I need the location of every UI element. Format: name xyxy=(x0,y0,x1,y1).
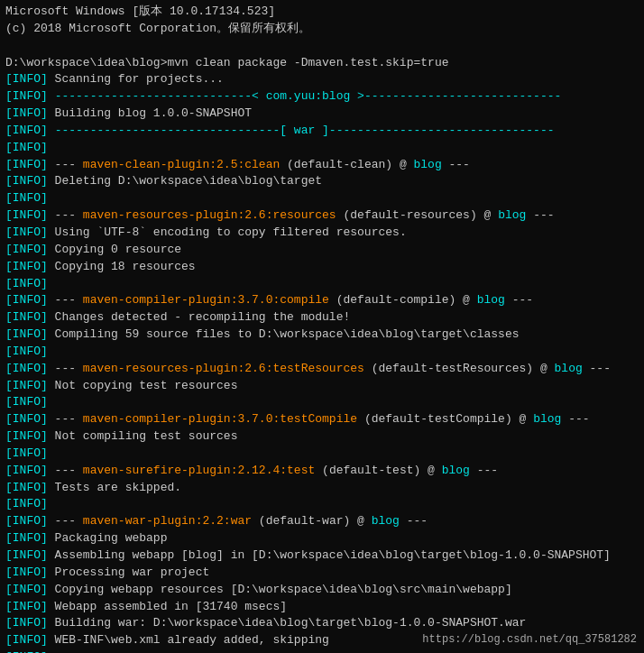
line-39: [INFO] ---------------------------------… xyxy=(5,649,639,653)
line-28: [INFO] --- maven-surefire-plugin:2.12.4:… xyxy=(5,463,639,480)
line-9: [INFO] xyxy=(5,140,639,157)
line-34: [INFO] Processing war project xyxy=(5,565,639,582)
info-tag: [INFO] xyxy=(5,72,48,86)
line-3 xyxy=(5,38,639,55)
line-10: [INFO] --- maven-clean-plugin:2.5:clean … xyxy=(5,157,639,174)
line-8: [INFO] --------------------------------[… xyxy=(5,123,639,140)
line-18: [INFO] --- maven-compiler-plugin:3.7.0:c… xyxy=(5,292,639,309)
line-36: [INFO] Webapp assembled in [31740 msecs] xyxy=(5,599,639,616)
line-11: [INFO] Deleting D:\workspace\idea\blog\t… xyxy=(5,173,639,190)
line-text: Scanning for projects... xyxy=(48,72,224,86)
line-21: [INFO] xyxy=(5,344,639,361)
watermark: https://blog.csdn.net/qq_37581282 xyxy=(422,633,637,646)
line-32: [INFO] Packaging webapp xyxy=(5,530,639,547)
line-7: [INFO] Building blog 1.0.0-SNAPSHOT xyxy=(5,106,639,123)
line-5: [INFO] Scanning for projects... xyxy=(5,71,639,88)
line-4: D:\workspace\idea\blog>mvn clean package… xyxy=(5,55,639,72)
line-17: [INFO] xyxy=(5,276,639,293)
line-16: [INFO] Copying 18 resources xyxy=(5,259,639,276)
line-29: [INFO] Tests are skipped. xyxy=(5,480,639,497)
line-15: [INFO] Copying 0 resource xyxy=(5,242,639,259)
line-2: (c) 2018 Microsoft Corporation。保留所有权利。 xyxy=(5,21,639,38)
line-20: [INFO] Compiling 59 source files to D:\w… xyxy=(5,326,639,344)
line-27: [INFO] xyxy=(5,446,639,463)
line-31: [INFO] --- maven-war-plugin:2.2:war (def… xyxy=(5,513,639,530)
line-22: [INFO] --- maven-resources-plugin:2.6:te… xyxy=(5,361,639,378)
line-24: [INFO] xyxy=(5,394,639,411)
line-35: [INFO] Copying webapp resources [D:\work… xyxy=(5,582,639,599)
line-12: [INFO] xyxy=(5,190,639,207)
line-33: [INFO] Assembling webapp [blog] in [D:\w… xyxy=(5,547,639,565)
line-19: [INFO] Changes detected - recompiling th… xyxy=(5,309,639,326)
line-25: [INFO] --- maven-compiler-plugin:3.7.0:t… xyxy=(5,411,639,428)
terminal-window: Microsoft Windows [版本 10.0.17134.523] (c… xyxy=(0,0,644,653)
line-23: [INFO] Not copying test resources xyxy=(5,378,639,395)
line-37: [INFO] Building war: D:\workspace\idea\b… xyxy=(5,615,639,632)
line-30: [INFO] xyxy=(5,496,639,513)
line-14: [INFO] Using `UTF-8` encoding to copy fi… xyxy=(5,225,639,242)
line-1: Microsoft Windows [版本 10.0.17134.523] xyxy=(5,4,639,21)
line-26: [INFO] Not compiling test sources xyxy=(5,428,639,446)
line-6: [INFO] ----------------------------< com… xyxy=(5,88,639,106)
line-13: [INFO] --- maven-resources-plugin:2.6:re… xyxy=(5,207,639,225)
